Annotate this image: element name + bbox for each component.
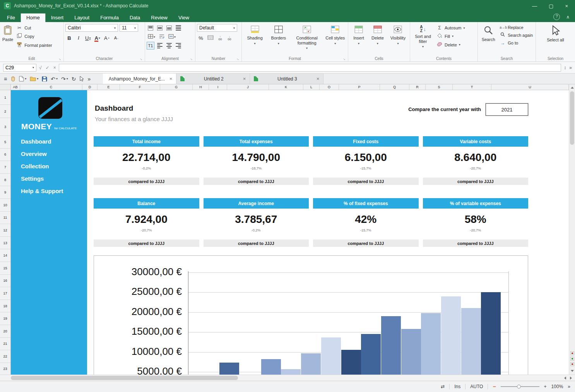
- row-header-12[interactable]: 12: [0, 224, 10, 237]
- select-all-button[interactable]: Select all: [545, 24, 566, 44]
- sheet-tab-3[interactable]: Untitled 3×: [250, 74, 323, 84]
- function-wizard-icon[interactable]: √: [39, 65, 42, 70]
- row-header-15[interactable]: 15: [0, 262, 10, 275]
- cut-button[interactable]: ✂Cut: [15, 25, 53, 31]
- row-header-9[interactable]: 9: [0, 186, 10, 199]
- close-button[interactable]: ×: [565, 3, 568, 9]
- row-header-14[interactable]: 14: [0, 249, 10, 262]
- marker-red-icon[interactable]: [570, 351, 574, 355]
- goto-button[interactable]: →Go to: [498, 40, 534, 46]
- align-left-button[interactable]: [156, 42, 164, 50]
- underline-button[interactable]: U▾: [84, 34, 92, 42]
- row-header-18[interactable]: 18: [0, 300, 10, 313]
- accept-formula-icon[interactable]: ✓: [46, 65, 50, 70]
- menu-list-icon[interactable]: ≡: [4, 76, 7, 82]
- row-header-5[interactable]: 5: [0, 136, 10, 149]
- zoom-in-button[interactable]: +: [544, 384, 547, 389]
- row-header-2[interactable]: 2: [0, 105, 10, 118]
- column-header-G[interactable]: G: [160, 84, 193, 90]
- expand-formula-bar-icon[interactable]: ↕: [564, 65, 566, 70]
- column-header-Q[interactable]: Q: [380, 84, 409, 90]
- column-header-K[interactable]: K: [269, 84, 303, 90]
- zoom-level[interactable]: 100%: [551, 384, 563, 389]
- row-header-8[interactable]: 8: [0, 174, 10, 187]
- wrap-text-button[interactable]: [158, 33, 166, 41]
- add-decimal-button[interactable]: ↑00: [216, 34, 224, 42]
- align-right-button[interactable]: [175, 42, 182, 50]
- align-center-button[interactable]: [165, 42, 173, 50]
- column-header-F[interactable]: F: [120, 84, 160, 90]
- menu-tab-view[interactable]: View: [173, 14, 195, 22]
- column-header-O[interactable]: O: [320, 84, 339, 90]
- hand-tool-icon[interactable]: [10, 76, 15, 82]
- new-document-button[interactable]: ▾: [19, 76, 26, 82]
- italic-button[interactable]: I: [75, 34, 82, 42]
- cancel-formula-icon[interactable]: ×: [53, 65, 56, 70]
- format-painter-button[interactable]: Format painter: [15, 41, 53, 49]
- help-icon[interactable]: ?: [553, 14, 560, 20]
- column-header-H[interactable]: H: [193, 84, 209, 90]
- menu-tab-home[interactable]: Home: [21, 13, 46, 22]
- fill-button[interactable]: Fill▾: [435, 33, 466, 40]
- row-header-10[interactable]: 10: [0, 199, 10, 212]
- undo-button[interactable]: ↶▾: [51, 76, 58, 82]
- delete-contents-button[interactable]: Delete▾: [435, 41, 466, 48]
- paste-button[interactable]: Paste: [2, 24, 14, 43]
- select-all-corner[interactable]: [0, 84, 11, 90]
- column-header-S[interactable]: S: [426, 84, 453, 90]
- borders-button[interactable]: ▾: [147, 33, 156, 41]
- marker-red2-icon[interactable]: [570, 362, 574, 366]
- column-header-R[interactable]: R: [409, 84, 426, 90]
- vertical-scroll-thumb[interactable]: [570, 91, 574, 145]
- search-button[interactable]: Search: [479, 24, 497, 43]
- percent-format-button[interactable]: %: [197, 34, 205, 42]
- bold-button[interactable]: B: [65, 34, 73, 42]
- open-file-button[interactable]: ▾: [30, 76, 38, 81]
- sync-icon[interactable]: ⇄: [441, 384, 445, 389]
- sidebar-item-collection[interactable]: Collection: [21, 160, 85, 172]
- tab-close-icon[interactable]: ×: [169, 76, 173, 82]
- column-header-D[interactable]: D: [82, 84, 98, 90]
- conditional-formatting-button[interactable]: Conditional formatting ▾: [291, 24, 323, 51]
- toolbar-more-icon[interactable]: »: [87, 76, 91, 82]
- zoom-slider[interactable]: [501, 384, 539, 389]
- shading-button[interactable]: Shading ▾: [243, 24, 266, 46]
- sidebar-item-help-support[interactable]: Help & Support: [21, 185, 85, 197]
- merge-cells-button[interactable]: ▾: [167, 33, 177, 41]
- menu-tab-file[interactable]: File: [2, 14, 21, 22]
- borders-big-button[interactable]: Borders ▾: [267, 24, 289, 46]
- grow-font-button[interactable]: A+: [103, 34, 111, 42]
- menu-tab-insert[interactable]: Insert: [46, 14, 69, 22]
- row-header-11[interactable]: 11: [0, 212, 10, 224]
- column-header-J[interactable]: J: [227, 84, 269, 90]
- menu-tab-data[interactable]: Data: [124, 14, 145, 22]
- column-header-L[interactable]: L: [303, 84, 320, 90]
- autosum-button[interactable]: ΣAutosum▾: [435, 25, 466, 31]
- number-format-select[interactable]: Default▾: [197, 24, 237, 32]
- sheet-tab-1[interactable]: Ashampoo_Money_for_E...×: [103, 74, 176, 84]
- sheet-tab-2[interactable]: Untitled 2×: [176, 74, 250, 84]
- refresh-button[interactable]: ↻: [72, 76, 76, 82]
- tab-close-icon[interactable]: ×: [317, 76, 320, 82]
- sort-and-filter-button[interactable]: AZ↓ Sort and filter ▾: [412, 24, 434, 50]
- visibility-button[interactable]: Visibility ▾: [388, 24, 408, 46]
- row-header-17[interactable]: 17: [0, 287, 10, 300]
- shrink-font-button[interactable]: A-: [112, 34, 120, 42]
- row-header-13[interactable]: 13: [0, 237, 10, 250]
- font-size-select[interactable]: 11▾: [120, 24, 138, 32]
- collapse-ribbon-icon[interactable]: ∧: [566, 14, 570, 20]
- cell-styles-button[interactable]: Cell styles ▾: [324, 24, 346, 46]
- column-header-C[interactable]: C: [20, 84, 82, 90]
- column-header-I[interactable]: I: [209, 84, 227, 90]
- number-style-button[interactable]: [206, 34, 215, 42]
- delete-cells-button[interactable]: Delete ▾: [369, 24, 387, 46]
- horizontal-scrollbar[interactable]: [0, 375, 575, 381]
- column-header-U[interactable]: U: [491, 84, 569, 90]
- insert-mode-indicator[interactable]: Ins: [454, 384, 460, 389]
- row-header-16[interactable]: 16: [0, 275, 10, 288]
- column-header-E[interactable]: E: [98, 84, 120, 90]
- align-bottom-button[interactable]: [165, 24, 173, 32]
- row-header-7[interactable]: 7: [0, 161, 10, 174]
- row-header-1[interactable]: 1: [0, 90, 10, 105]
- cell-name-box[interactable]: C29▾: [3, 64, 36, 72]
